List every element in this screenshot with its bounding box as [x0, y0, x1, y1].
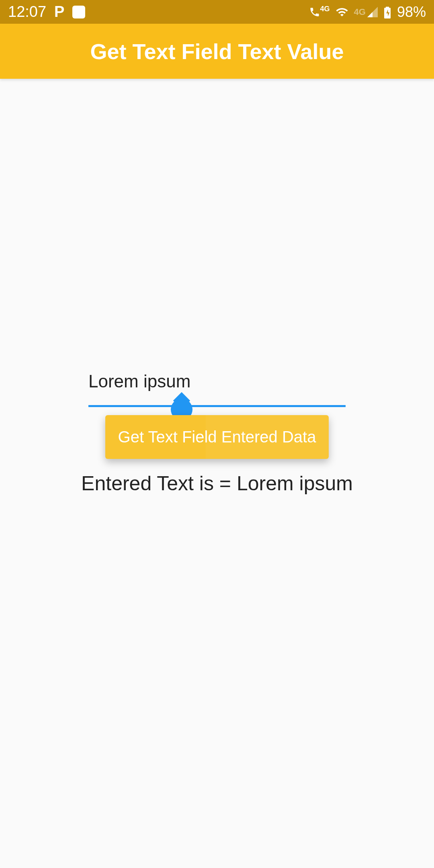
result-text-label: Entered Text is = Lorem ipsum — [81, 472, 353, 495]
status-bar-left: 12:07 P — [8, 3, 85, 20]
status-bar: 12:07 P 4G 4G 98% — [0, 0, 434, 24]
volte-4g-icon: 4G — [309, 6, 330, 18]
pandora-icon: P — [54, 3, 64, 20]
battery-percentage: 98% — [397, 4, 426, 20]
cell-signal-4g-icon: 4G — [354, 7, 378, 17]
battery-charging-icon — [383, 6, 391, 18]
get-text-button[interactable]: Get Text Field Entered Data — [105, 415, 329, 459]
text-field-container — [88, 368, 346, 407]
status-time: 12:07 — [8, 3, 46, 20]
wifi-icon — [336, 6, 348, 18]
status-bar-right: 4G 4G 98% — [309, 4, 426, 20]
app-bar-title: Get Text Field Text Value — [90, 39, 344, 64]
text-input[interactable] — [88, 368, 346, 407]
app-notification-icon — [72, 6, 85, 18]
main-content: Get Text Field Entered Data Entered Text… — [0, 79, 434, 868]
app-bar: Get Text Field Text Value — [0, 24, 434, 79]
